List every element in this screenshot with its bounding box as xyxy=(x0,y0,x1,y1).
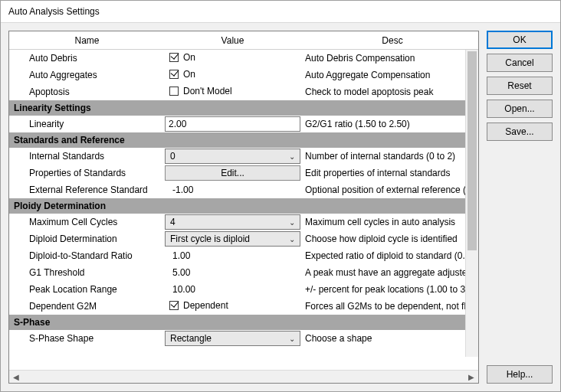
cell-desc: Check to model apoptosis peak xyxy=(300,85,465,99)
checkbox-icon[interactable] xyxy=(169,87,179,96)
cell-name: Properties of Standards xyxy=(9,166,165,180)
checkbox-icon[interactable] xyxy=(169,53,179,62)
cell-value: Edit... xyxy=(165,165,300,181)
save-button[interactable]: Save... xyxy=(487,122,553,141)
checkbox-label: Dependent xyxy=(183,300,228,311)
value-text: 1.00 xyxy=(169,250,190,261)
cell-desc: Maximum cell cycles in auto analysis xyxy=(300,215,465,229)
cell-value: 0 ⌄ xyxy=(165,148,300,165)
window-title: Auto Analysis Settings xyxy=(8,6,100,17)
col-header-desc[interactable]: Desc xyxy=(300,32,479,49)
chevron-down-icon: ⌄ xyxy=(286,152,298,161)
cell-desc: G2/G1 ratio (1.50 to 2.50) xyxy=(300,117,465,131)
cell-value[interactable]: -1.00 xyxy=(165,183,300,197)
edit-standards-button[interactable]: Edit... xyxy=(165,165,300,181)
select-value: 0 xyxy=(170,151,176,162)
cell-name: Diploid-to-Standard Ratio xyxy=(9,249,165,263)
value-text: 5.00 xyxy=(169,267,190,278)
chevron-down-icon: ⌄ xyxy=(286,218,298,227)
linearity-input[interactable] xyxy=(165,116,300,132)
row-diploid-ratio[interactable]: Diploid-to-Standard Ratio 1.00 Expected … xyxy=(9,247,465,264)
ok-button[interactable]: OK xyxy=(487,31,553,49)
scroll-left-icon[interactable]: ◀ xyxy=(11,372,21,382)
cell-value[interactable]: 5.00 xyxy=(165,266,300,279)
cell-name: Internal Standards xyxy=(9,149,165,163)
cell-name: External Reference Standard xyxy=(9,183,165,197)
checkbox-label: On xyxy=(183,52,195,63)
cell-desc: +/- percent for peak locations (1.00 to … xyxy=(300,283,465,296)
horizontal-scrollbar[interactable]: ◀ ▶ xyxy=(9,370,478,383)
cell-value[interactable]: 10.00 xyxy=(165,283,300,296)
checkbox-icon[interactable] xyxy=(169,301,179,310)
row-diploid-determination[interactable]: Diploid Determination First cycle is dip… xyxy=(9,230,465,247)
cell-desc: Optional position of external reference … xyxy=(300,183,465,197)
cell-name: Auto Debris xyxy=(9,51,165,65)
checkbox-label: Don't Model xyxy=(183,86,232,96)
cell-name: Auto Aggregates xyxy=(9,68,165,82)
checkbox-label: On xyxy=(183,69,195,80)
row-auto-aggregates[interactable]: Auto Aggregates On Auto Aggregate Compen… xyxy=(9,67,465,83)
section-label: Ploidy Determination xyxy=(11,199,110,213)
cell-desc: Number of internal standards (0 to 2) xyxy=(300,149,465,163)
chevron-down-icon: ⌄ xyxy=(286,335,298,343)
section-s-phase: S-Phase xyxy=(9,315,465,330)
cell-desc: A peak must have an aggregate adjusted r… xyxy=(300,266,465,279)
select-value: Rectangle xyxy=(170,333,212,344)
row-dependent-g2m[interactable]: Dependent G2M Dependent Forces all G2Ms … xyxy=(9,298,465,315)
row-apoptosis[interactable]: Apoptosis Don't Model Check to model apo… xyxy=(9,83,465,100)
section-linearity: Linearity Settings xyxy=(9,100,465,116)
cell-desc: Expected ratio of diploid to standard (0… xyxy=(300,249,465,263)
checkbox-icon[interactable] xyxy=(169,70,179,79)
cell-value[interactable]: On xyxy=(165,51,300,66)
value-text: 10.00 xyxy=(169,284,195,295)
internal-standards-select[interactable]: 0 ⌄ xyxy=(165,149,300,164)
open-button[interactable]: Open... xyxy=(487,100,553,118)
help-button[interactable]: Help... xyxy=(487,365,553,384)
select-value: First cycle is diploid xyxy=(170,234,250,244)
cell-desc: Choose a shape xyxy=(300,332,465,345)
section-label: Standards and Reference xyxy=(11,133,130,147)
cancel-button[interactable]: Cancel xyxy=(487,54,553,72)
cell-name: Apoptosis xyxy=(9,85,165,99)
cell-name: Dependent G2M xyxy=(9,299,165,313)
vertical-scrollbar[interactable] xyxy=(465,50,478,357)
row-linearity[interactable]: Linearity G2/G1 ratio (1.50 to 2.50) xyxy=(9,116,465,132)
scroll-right-icon[interactable]: ▶ xyxy=(466,372,477,382)
row-g1-threshold[interactable]: G1 Threshold 5.00 A peak must have an ag… xyxy=(9,264,465,281)
titlebar: Auto Analysis Settings xyxy=(1,1,560,23)
row-properties-standards[interactable]: Properties of Standards Edit... Edit pro… xyxy=(9,165,465,181)
max-cycles-select[interactable]: 4 ⌄ xyxy=(165,214,300,230)
cell-name: S-Phase Shape xyxy=(9,332,165,345)
scroll-thumb[interactable] xyxy=(468,51,477,250)
row-s-phase-shape[interactable]: S-Phase Shape Rectangle ⌄ Choose a shape xyxy=(9,330,465,347)
col-header-name[interactable]: Name xyxy=(9,32,165,49)
cell-desc: Choose how diploid cycle is identified xyxy=(300,232,465,246)
select-value: 4 xyxy=(170,217,176,227)
cell-value[interactable]: Don't Model xyxy=(165,84,300,100)
col-header-value[interactable]: Value xyxy=(165,32,300,49)
cell-desc: Edit properties of internal standards xyxy=(300,166,465,180)
s-phase-shape-select[interactable]: Rectangle ⌄ xyxy=(165,331,300,346)
row-external-reference[interactable]: External Reference Standard -1.00 Option… xyxy=(9,181,465,198)
row-internal-standards[interactable]: Internal Standards 0 ⌄ Number of interna… xyxy=(9,148,465,165)
cell-desc: Auto Aggregate Compensation xyxy=(300,68,465,82)
diploid-determination-select[interactable]: First cycle is diploid ⌄ xyxy=(165,231,300,247)
button-panel: OK Cancel Reset Open... Save... Help... xyxy=(487,31,553,384)
section-label: Linearity Settings xyxy=(11,101,96,115)
cell-desc: Forces all G2Ms to be dependent, not flo… xyxy=(300,299,465,313)
cell-value[interactable]: Dependent xyxy=(165,299,300,314)
value-text: -1.00 xyxy=(169,185,193,195)
row-max-cell-cycles[interactable]: Maximum Cell Cycles 4 ⌄ Maximum cell cyc… xyxy=(9,214,465,230)
cell-name: Peak Location Range xyxy=(9,283,165,296)
grid-header: Name Value Desc xyxy=(9,31,478,50)
reset-button[interactable]: Reset xyxy=(487,77,553,95)
section-label: S-Phase xyxy=(11,315,54,329)
section-ploidy: Ploidy Determination xyxy=(9,198,465,214)
row-peak-location[interactable]: Peak Location Range 10.00 +/- percent fo… xyxy=(9,281,465,298)
grid-body: Auto Debris On Auto Debris Compensation … xyxy=(9,50,478,370)
cell-value[interactable]: On xyxy=(165,67,300,83)
cell-value[interactable]: 1.00 xyxy=(165,249,300,263)
cell-desc: Auto Debris Compensation xyxy=(300,51,465,65)
row-auto-debris[interactable]: Auto Debris On Auto Debris Compensation xyxy=(9,50,465,67)
cell-name: Maximum Cell Cycles xyxy=(9,215,165,229)
